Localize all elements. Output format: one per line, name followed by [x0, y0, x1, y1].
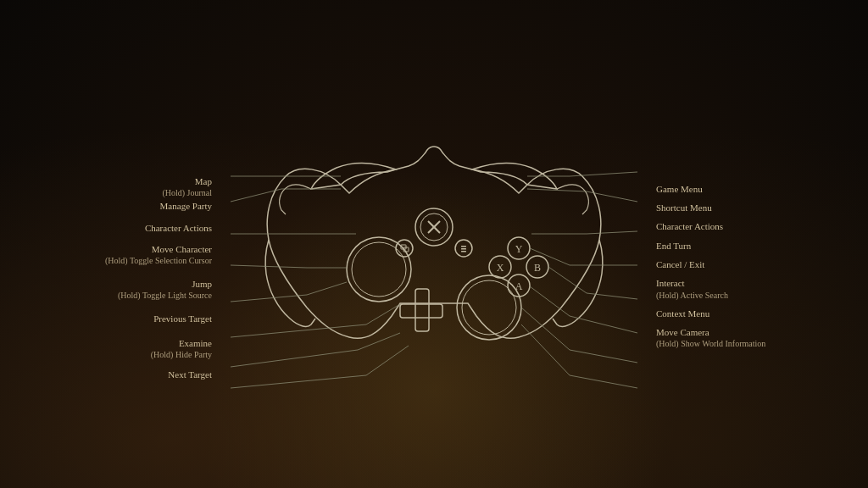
- label-map-secondary: (Hold) Journal: [25, 187, 212, 198]
- svg-line-54: [570, 350, 637, 363]
- right-labels-panel: Game Menu Shortcut Menu Character Action…: [656, 0, 843, 488]
- left-labels-panel: Map (Hold) Journal Manage Party Characte…: [25, 0, 212, 488]
- label-prev-primary: Previous Target: [25, 313, 212, 324]
- label-char-actions-left: Character Actions: [25, 222, 212, 234]
- svg-line-33: [307, 282, 347, 295]
- label-char-primary: Character Actions: [25, 222, 212, 234]
- label-jump: Jump (Hold) Toggle Light Source: [25, 278, 212, 301]
- svg-line-39: [366, 346, 409, 375]
- label-cancel-exit: Cancel / Exit: [656, 258, 843, 270]
- svg-line-56: [570, 375, 637, 388]
- svg-text:A: A: [515, 280, 523, 292]
- label-map: Map (Hold) Journal: [25, 175, 212, 198]
- label-context-menu: Context Menu: [656, 308, 843, 319]
- svg-point-1: [352, 242, 406, 297]
- svg-point-0: [347, 237, 411, 302]
- svg-line-40: [231, 375, 366, 388]
- label-end-primary: End Turn: [656, 240, 843, 252]
- label-manage-primary: Manage Party: [25, 200, 212, 212]
- label-move-cam-secondary: (Hold) Show World Information: [656, 338, 843, 349]
- label-move-primary: Move Character: [25, 243, 212, 255]
- label-shortcut-primary: Shortcut Menu: [656, 202, 843, 214]
- svg-rect-4: [415, 289, 429, 331]
- label-next-target: Next Target: [25, 369, 212, 380]
- label-manage-party: Manage Party: [25, 200, 212, 212]
- label-prev-target: Previous Target: [25, 313, 212, 324]
- main-container: Map (Hold) Journal Manage Party Characte…: [0, 0, 868, 488]
- label-context-primary: Context Menu: [656, 308, 843, 319]
- svg-line-46: [587, 231, 637, 234]
- label-game-menu: Game Menu: [656, 183, 843, 195]
- label-end-turn: End Turn: [656, 240, 843, 252]
- label-move-cam-primary: Move Camera: [656, 326, 843, 338]
- controller-svg: Y X B A: [231, 83, 637, 405]
- label-move-char: Move Character (Hold) Toggle Selection C…: [25, 243, 212, 266]
- controller-diagram: Y X B A: [231, 83, 637, 405]
- label-interact-primary: Interact: [656, 277, 843, 289]
- label-interact: Interact (Hold) Active Search: [656, 277, 843, 300]
- svg-line-35: [366, 304, 400, 324]
- svg-line-37: [358, 333, 400, 350]
- label-char-right-primary: Character Actions: [656, 220, 843, 232]
- label-jump-primary: Jump: [25, 278, 212, 290]
- svg-rect-11: [461, 246, 466, 247]
- label-shortcut-menu: Shortcut Menu: [656, 202, 843, 214]
- svg-point-14: [396, 240, 413, 257]
- label-examine: Examine (Hold) Hide Party: [25, 337, 212, 360]
- label-map-primary: Map: [25, 175, 212, 187]
- svg-rect-5: [400, 304, 442, 318]
- svg-text:X: X: [497, 262, 504, 274]
- label-interact-secondary: (Hold) Active Search: [656, 290, 843, 301]
- label-jump-secondary: (Hold) Toggle Light Source: [25, 290, 212, 301]
- svg-line-52: [570, 316, 637, 333]
- label-examine-secondary: (Hold) Hide Party: [25, 349, 212, 360]
- svg-text:Y: Y: [515, 243, 523, 255]
- svg-rect-12: [461, 248, 466, 250]
- svg-text:B: B: [534, 262, 541, 274]
- svg-line-32: [231, 265, 307, 268]
- label-cancel-primary: Cancel / Exit: [656, 258, 843, 270]
- svg-line-51: [530, 286, 570, 316]
- svg-line-38: [231, 350, 358, 367]
- svg-line-28: [231, 189, 281, 202]
- label-move-secondary: (Hold) Toggle Selection Cursor: [25, 255, 212, 266]
- label-char-actions-right: Character Actions: [656, 220, 843, 232]
- svg-line-36: [231, 324, 366, 337]
- svg-line-53: [521, 308, 570, 350]
- label-game-menu-primary: Game Menu: [656, 183, 843, 195]
- svg-line-55: [521, 324, 570, 375]
- svg-line-44: [587, 191, 637, 202]
- label-move-camera: Move Camera (Hold) Show World Informatio…: [656, 326, 843, 349]
- svg-line-34: [231, 295, 307, 302]
- label-examine-primary: Examine: [25, 337, 212, 349]
- svg-rect-13: [461, 251, 466, 252]
- label-next-primary: Next Target: [25, 369, 212, 380]
